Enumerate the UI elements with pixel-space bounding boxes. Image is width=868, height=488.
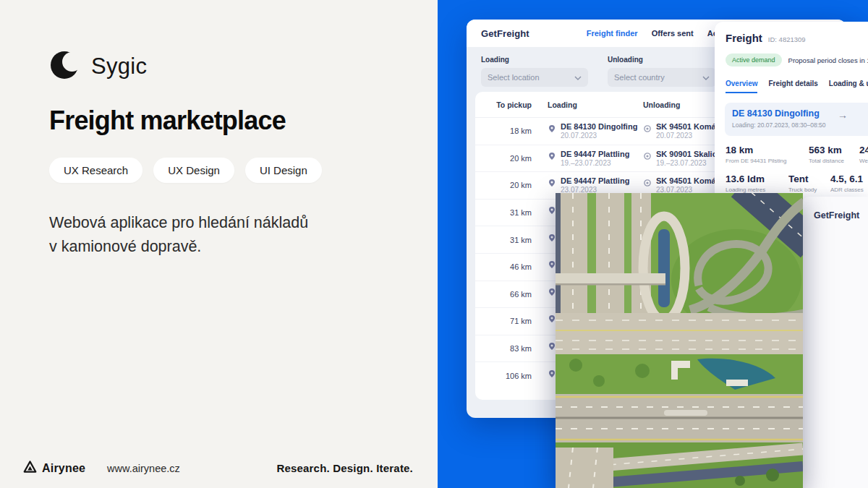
case-study-panel: Sygic Freight marketplace UX ResearchUX … — [0, 0, 438, 488]
select-placeholder: Select location — [488, 73, 540, 82]
page-title: Freight marketplace — [49, 106, 286, 136]
filter-select[interactable]: Select location — [481, 68, 588, 87]
select-placeholder: Select country — [614, 73, 665, 82]
circle-target-icon — [643, 123, 652, 132]
detail-title-row: Freight ID: 4821309 — [726, 32, 806, 44]
loading-date: 19.–23.07.2023 — [561, 159, 629, 167]
unloading-date: 19.–23.07.2023 — [656, 159, 721, 167]
arrow-right-icon: → — [838, 109, 848, 121]
sygic-crescent-icon — [49, 48, 83, 85]
pickup-distance: 31 km — [475, 236, 532, 244]
stat-r2-2: 4.5, 6.1ADR classes — [830, 174, 864, 193]
route-loading-info: Loading: 20.07.2023, 08:30–08:50 — [732, 121, 861, 129]
aerial-highway-photo — [556, 193, 803, 488]
loading-date: 20.07.2023 — [561, 132, 637, 140]
pickup-distance: 106 km — [475, 372, 532, 380]
nav-item-offers-sent[interactable]: Offers sent — [652, 29, 694, 38]
route-box[interactable]: DE 84130 Dingolfing Loading: 20.07.2023,… — [725, 103, 868, 136]
detail-tabs: OverviewFreight detailsLoading & unloadi… — [726, 80, 868, 93]
footer-url[interactable]: www.airynee.cz — [107, 463, 180, 474]
stat-r2-1: TentTruck body — [788, 174, 817, 193]
stat-value: 24 — [859, 145, 868, 155]
stat-r2-0: 13.6 ldmLoading metres — [726, 174, 765, 193]
loading-cell: DE 94447 Plattling23.07.2023 — [548, 176, 643, 194]
chevron-down-icon — [702, 73, 710, 82]
map-pin-icon — [548, 150, 556, 159]
pickup-distance: 71 km — [475, 317, 532, 325]
loading-cell: DE 94447 Plattling19.–23.07.2023 — [548, 150, 643, 167]
tag-pill[interactable]: UI Design — [245, 158, 322, 183]
airynee-triangle-icon — [23, 460, 37, 476]
description-line: v kamionové dopravě. — [49, 235, 308, 259]
stat-value: 4.5, 6.1 — [830, 174, 864, 184]
pickup-distance: 31 km — [475, 208, 532, 217]
pickup-distance: 66 km — [475, 290, 532, 299]
chevron-down-icon — [574, 73, 582, 82]
filter-label: Unloading — [608, 56, 716, 64]
stat-value: 18 km — [726, 145, 786, 155]
tag-list: UX ResearchUX DesignUI Design — [49, 158, 322, 183]
tag-pill[interactable]: UX Research — [49, 158, 142, 183]
pickup-distance: 83 km — [475, 344, 532, 353]
tab-overview[interactable]: Overview — [726, 80, 757, 93]
filter-label: Loading — [481, 56, 588, 64]
footer: Airynee www.airynee.cz Research. Design.… — [23, 460, 414, 476]
unloading-name: SK 90901 Skalica — [656, 150, 721, 158]
nav-item-freight-finder[interactable]: Freight finder — [587, 29, 638, 38]
pickup-distance: 46 km — [475, 262, 532, 271]
app-logo[interactable]: GetFreight — [481, 28, 529, 39]
stat-value: Tent — [788, 174, 817, 184]
pickup-distance: 20 km — [475, 181, 532, 189]
stat-r1-2: 24We — [859, 145, 868, 164]
freight-detail-screenshot: Freight ID: 4821309 Active demand Propos… — [715, 22, 868, 202]
pickup-distance: 20 km — [475, 154, 532, 163]
stat-value: 563 km — [809, 145, 844, 155]
circle-target-icon — [643, 177, 652, 186]
stat-label: Loading metres — [726, 187, 765, 193]
pickup-distance: 18 km — [475, 127, 532, 135]
unloading-text: SK 90901 Skalica19.–23.07.2023 — [656, 150, 721, 167]
stat-label: From DE 94431 Pilsting — [726, 158, 786, 164]
brand-name: Sygic — [91, 53, 147, 80]
stat-label: We — [859, 158, 868, 164]
third-screenshot: GetFreight — [803, 197, 868, 488]
footer-brand-name: Airynee — [42, 462, 85, 475]
filter-loading: LoadingSelect location — [481, 56, 588, 87]
loading-cell: DE 84130 Dingolfing20.07.2023 — [548, 122, 643, 140]
loading-name: DE 94447 Plattling — [561, 176, 629, 185]
detail-title: Freight — [726, 32, 762, 44]
stat-r1-0: 18 kmFrom DE 94431 Pilsting — [726, 145, 786, 164]
proposal-deadline: Proposal period closes in 16 h 47 m — [788, 56, 868, 64]
slide-canvas: Sygic Freight marketplace UX ResearchUX … — [0, 0, 868, 488]
tab-loading-unloading[interactable]: Loading & unloading — [829, 80, 868, 93]
description-line: Webová aplikace pro hledání nákladů — [49, 211, 308, 235]
tag-pill[interactable]: UX Design — [153, 158, 234, 183]
loading-text: DE 94447 Plattling19.–23.07.2023 — [561, 150, 629, 167]
loading-text: DE 84130 Dingolfing20.07.2023 — [561, 122, 637, 140]
column-header: Loading — [548, 100, 643, 109]
stat-value: 13.6 ldm — [726, 174, 765, 184]
project-description: Webová aplikace pro hledání nákladů v ka… — [49, 211, 308, 259]
stat-r1-1: 563 kmTotal distance — [809, 145, 844, 164]
stat-label: Total distance — [809, 158, 844, 164]
tab-freight-details[interactable]: Freight details — [768, 80, 817, 93]
stat-label: Truck body — [788, 187, 817, 193]
filter-select[interactable]: Select country — [608, 68, 716, 87]
footer-tagline: Research. Design. Iterate. — [276, 462, 413, 474]
status-badge: Active demand — [726, 53, 782, 67]
loading-name: DE 94447 Plattling — [561, 150, 629, 158]
sygic-brand: Sygic — [49, 48, 147, 85]
loading-text: DE 94447 Plattling23.07.2023 — [561, 176, 629, 194]
column-header: To pickup — [475, 100, 532, 109]
loading-name: DE 84130 Dingolfing — [561, 122, 637, 131]
third-card-app-logo: GetFreight — [814, 210, 859, 221]
filter-unloading: UnloadingSelect country — [608, 56, 716, 87]
freight-id: ID: 4821309 — [768, 35, 806, 43]
stat-label: ADR classes — [830, 187, 864, 193]
map-pin-icon — [548, 177, 556, 186]
circle-target-icon — [643, 150, 652, 159]
detail-status-row: Active demand Proposal period closes in … — [726, 53, 868, 67]
airynee-brand: Airynee — [23, 460, 85, 476]
map-pin-icon — [548, 123, 556, 132]
